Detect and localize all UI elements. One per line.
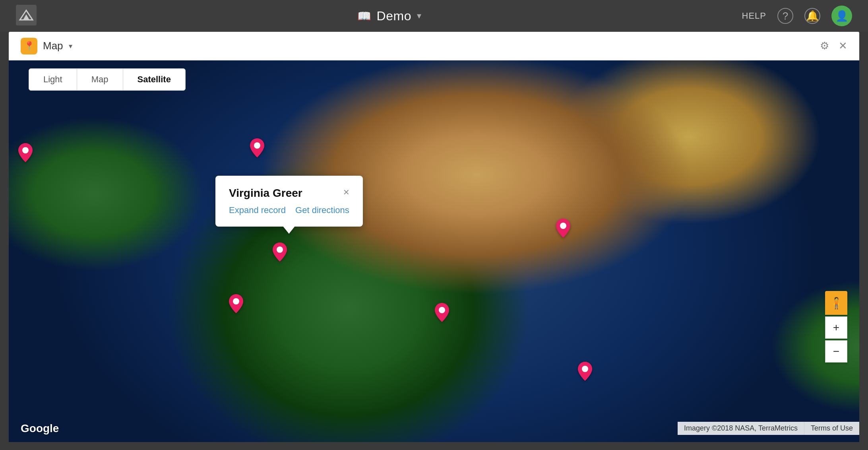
zoom-out-button[interactable]: −: [825, 340, 847, 363]
map-panel-actions: ⚙ ✕: [820, 40, 847, 52]
popup-actions: Expand record Get directions: [229, 205, 349, 215]
map-pin-6[interactable]: [556, 219, 570, 239]
map-pin-7[interactable]: [578, 362, 592, 382]
tab-light[interactable]: Light: [29, 69, 77, 90]
user-avatar[interactable]: 👤: [831, 6, 852, 26]
notifications-button[interactable]: 🔔: [804, 8, 820, 24]
svg-point-7: [439, 307, 445, 313]
book-icon: 📖: [357, 10, 371, 23]
map-pin-4[interactable]: [229, 294, 243, 315]
svg-point-3: [22, 147, 29, 153]
help-label: HELP: [742, 11, 766, 21]
map-controls: 🧍 + −: [825, 291, 847, 363]
street-view-button[interactable]: 🧍: [825, 291, 847, 315]
nav-right: HELP ? 🔔 👤: [742, 6, 852, 26]
map-pin-2[interactable]: [250, 138, 264, 159]
google-watermark: Google: [21, 422, 59, 435]
svg-point-8: [560, 223, 566, 229]
help-button[interactable]: ?: [777, 8, 793, 24]
map-panel-title-group: 📍 Map ▾: [21, 38, 72, 54]
nav-center: 📖 Demo ▾: [357, 9, 421, 23]
popup-close-button[interactable]: ×: [343, 186, 349, 198]
map-pin-virginia[interactable]: [273, 242, 287, 263]
svg-point-6: [233, 298, 239, 305]
map-pin-1[interactable]: [18, 143, 33, 164]
get-directions-link[interactable]: Get directions: [295, 205, 349, 215]
map-attribution: Imagery ©2018 NASA, TerraMetrics Terms o…: [678, 422, 859, 435]
tab-satellite[interactable]: Satellite: [123, 69, 185, 90]
terms-of-use-link[interactable]: Terms of Use: [804, 422, 859, 435]
imagery-attribution: Imagery ©2018 NASA, TerraMetrics: [678, 422, 804, 435]
settings-button[interactable]: ⚙: [820, 40, 829, 52]
close-button[interactable]: ✕: [839, 40, 847, 52]
map-panel: 📍 Map ▾ ⚙ ✕ Light Map Satellite: [9, 32, 859, 442]
logo[interactable]: [16, 5, 37, 27]
map-content: Light Map Satellite: [9, 60, 859, 442]
map-title-dropdown[interactable]: ▾: [69, 42, 72, 50]
map-background: [9, 60, 859, 442]
popup-title: Virginia Greer: [229, 187, 302, 200]
tab-map[interactable]: Map: [77, 69, 123, 90]
map-tabs: Light Map Satellite: [29, 68, 186, 91]
svg-point-4: [254, 142, 260, 149]
zoom-in-button[interactable]: +: [825, 316, 847, 339]
map-title: Map: [43, 40, 63, 52]
svg-point-9: [582, 366, 588, 372]
svg-point-5: [277, 246, 283, 253]
title-dropdown-arrow[interactable]: ▾: [417, 11, 421, 21]
popup-header: Virginia Greer ×: [229, 187, 349, 200]
map-pin-badge: 📍: [21, 38, 37, 54]
top-navigation: 📖 Demo ▾ HELP ? 🔔 👤: [0, 0, 868, 32]
map-panel-header: 📍 Map ▾ ⚙ ✕: [9, 32, 859, 60]
map-pin-5[interactable]: [435, 303, 449, 324]
map-popup: Virginia Greer × Expand record Get direc…: [215, 176, 363, 227]
expand-record-link[interactable]: Expand record: [229, 205, 286, 215]
app-title: Demo: [377, 9, 411, 23]
